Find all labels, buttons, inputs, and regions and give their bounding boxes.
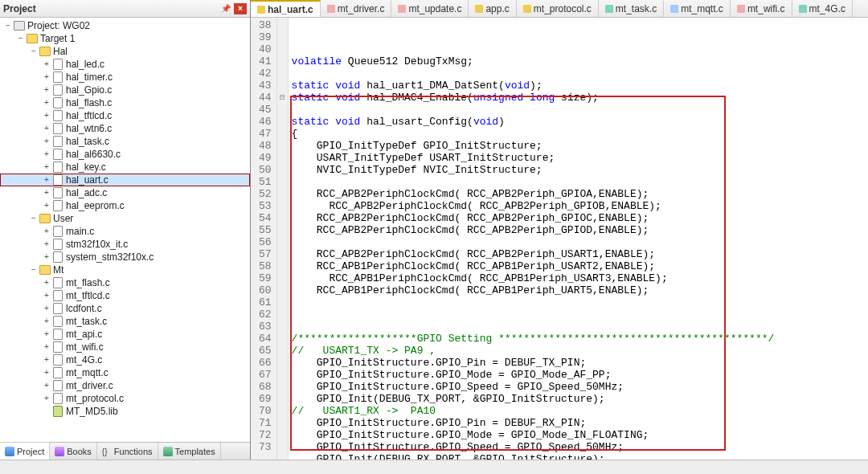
tree-item[interactable]: −Target 1 [0,32,250,45]
tree-item[interactable]: MT_MD5.lib [0,405,250,418]
expander-icon[interactable]: + [42,302,51,315]
fold-marker[interactable] [277,67,288,80]
editor-tab[interactable]: hal_uart.c [251,0,321,18]
fold-marker[interactable] [277,236,288,248]
fold-marker[interactable] [277,441,288,453]
fold-marker[interactable] [277,284,288,296]
fold-marker[interactable] [277,188,288,200]
code-line[interactable] [292,176,865,188]
fold-marker[interactable] [277,272,288,284]
editor-tab[interactable]: mt_update.c [391,0,469,17]
expander-icon[interactable]: + [42,341,51,353]
expander-icon[interactable]: + [42,122,51,135]
expander-icon[interactable]: − [29,264,39,276]
code-line[interactable]: GPIO_InitStructure.GPIO_Mode = GPIO_Mode… [292,369,865,381]
panel-tab-templates[interactable]: Templates [158,443,221,460]
expander-icon[interactable]: + [42,96,51,109]
expander-icon[interactable]: + [42,225,51,238]
expander-icon[interactable]: − [3,19,13,32]
code-line[interactable]: RCC_APB2PeriphClockCmd( RCC_APB2Periph_G… [292,188,865,200]
code-editor[interactable]: 3839404142434445464748495051525354555657… [251,18,868,460]
project-tree[interactable]: −Project: WG02−Target 1−Hal+hal_led.c+ha… [0,18,250,442]
tree-item[interactable]: +mt_4G.c [0,353,250,366]
fold-marker[interactable] [277,176,288,188]
editor-tab[interactable]: mt_protocol.c [517,0,599,17]
fold-marker[interactable] [277,321,288,333]
code-line[interactable]: GPIO_Init(DEBUG_TX_PORT, &GPIO_InitStruc… [292,393,865,405]
code-line[interactable]: // USART1_TX -> PA9 , [292,345,865,357]
fold-marker[interactable] [277,381,288,393]
tree-item[interactable]: +hal_task.c [0,135,250,148]
expander-icon[interactable]: + [42,251,51,264]
tree-item[interactable]: +mt_api.c [0,328,250,341]
expander-icon[interactable]: + [42,353,51,366]
fold-marker[interactable] [277,80,288,92]
fold-marker[interactable] [277,104,288,116]
code-line[interactable]: GPIO_InitStructure.GPIO_Pin = DEBUF_TX_P… [292,357,865,369]
code-line[interactable]: NVIC_InitTypeDef NVIC_InitStructure; [292,164,865,176]
panel-tab-functions[interactable]: Functions [97,443,158,460]
fold-marker[interactable] [277,55,288,67]
fold-marker[interactable] [277,152,288,164]
tree-item[interactable]: +hal_timer.c [0,71,250,84]
expander-icon[interactable]: + [42,276,51,289]
expander-icon[interactable]: + [42,71,51,84]
editor-tab[interactable]: mt_task.c [599,0,664,17]
tree-item-selected[interactable]: +hal_uart.c [0,174,250,186]
fold-marker[interactable] [277,224,288,236]
expander-icon[interactable]: + [42,238,51,251]
tree-item[interactable]: +hal_Gpio.c [0,84,250,96]
code-line[interactable] [292,321,865,333]
fold-marker[interactable] [277,369,288,381]
expander-icon[interactable]: + [42,328,51,341]
tree-item[interactable]: +hal_adc.c [0,186,250,199]
editor-tab[interactable]: mt_mqtt.c [664,0,731,17]
fold-marker[interactable] [277,200,288,212]
editor-tab[interactable]: app.c [469,0,516,17]
code-line[interactable]: volatile Queue512 DebugTxMsg; [292,55,865,67]
editor-tab[interactable]: mt_driver.c [321,0,392,17]
code-line[interactable] [292,236,865,248]
fold-marker[interactable] [277,19,288,31]
tree-item[interactable]: +mt_task.c [0,315,250,328]
tree-item[interactable]: −Project: WG02 [0,19,250,32]
code-line[interactable]: // USART1_RX -> PA10 [292,405,865,417]
tree-item[interactable]: +lcdfont.c [0,302,250,315]
tree-item[interactable]: −Mt [0,264,250,276]
code-content[interactable]: volatile Queue512 DebugTxMsg;static void… [289,18,868,460]
fold-marker[interactable] [277,296,288,309]
expander-icon[interactable]: + [42,392,51,405]
code-line[interactable]: GPIO_InitStructure.GPIO_Speed = GPIO_Spe… [292,381,865,393]
fold-marker[interactable] [277,212,288,224]
expander-icon[interactable]: + [42,148,51,161]
code-line[interactable]: RCC_APB2PeriphClockCmd( RCC_APB2Periph_G… [292,224,865,236]
fold-marker[interactable] [277,248,288,260]
code-line[interactable]: GPIO_InitStructure.GPIO_Speed = GPIO_Spe… [292,441,865,453]
code-line[interactable]: GPIO_Init(DEBUG_RX_PORT, &GPIO_InitStruc… [292,453,865,460]
panel-tab-project[interactable]: Project [0,442,50,460]
fold-marker[interactable] [277,393,288,405]
expander-icon[interactable]: − [29,45,39,58]
tree-item[interactable]: +hal_eeprom.c [0,199,250,212]
panel-pin-icon[interactable]: 📌 [219,3,232,14]
expander-icon[interactable]: − [16,32,26,45]
code-line[interactable]: { [292,128,865,140]
fold-marker[interactable] [277,357,288,369]
tree-item[interactable]: +mt_driver.c [0,379,250,392]
fold-marker[interactable]: ⊟ [277,92,288,104]
panel-close-icon[interactable]: × [234,3,247,14]
tree-item[interactable]: +mt_flash.c [0,276,250,289]
code-line[interactable]: RCC_APB2PeriphClockCmd( RCC_APB2Periph_G… [292,200,865,212]
expander-icon[interactable]: − [29,212,39,225]
code-line[interactable]: static void hal_uart1_DMA_DatSent(void); [292,80,865,92]
tree-item[interactable]: +hal_wtn6.c [0,122,250,135]
expander-icon[interactable]: + [42,135,51,148]
fold-marker[interactable] [277,31,288,43]
tree-item[interactable]: +main.c [0,225,250,238]
code-line[interactable]: /*******************GPIO Setting *******… [292,333,865,345]
code-line[interactable]: RCC_APB2PeriphClockCmd( RCC_APB2Periph_G… [292,212,865,224]
tree-item[interactable]: +hal_led.c [0,58,250,71]
expander-icon[interactable]: + [42,84,51,96]
editor-tab[interactable]: mt_wifi.c [731,0,792,17]
tree-item[interactable]: +hal_tftlcd.c [0,109,250,122]
